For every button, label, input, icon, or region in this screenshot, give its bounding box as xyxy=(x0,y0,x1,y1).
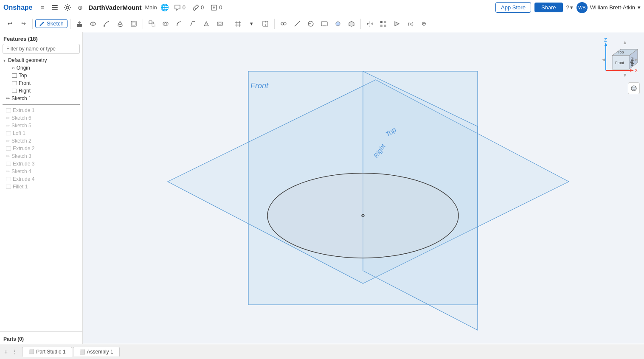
toolbar: ↩ ↪ Sketch ▾ xyxy=(0,15,644,32)
redo-button[interactable]: ↪ xyxy=(17,17,30,30)
grid-dropdown[interactable]: ▾ xyxy=(245,17,258,30)
simulate-button[interactable] xyxy=(391,17,403,30)
fillet1-icon xyxy=(6,185,11,189)
document-title: DarthVaderMount xyxy=(88,4,141,11)
undo-button[interactable]: ↩ xyxy=(3,17,16,30)
menu-icon[interactable]: ≡ xyxy=(37,3,47,12)
appearance-button[interactable] xyxy=(332,17,344,30)
tree-label-sketch5: Sketch 5 xyxy=(11,123,31,129)
svg-rect-34 xyxy=(380,25,382,27)
tree-item-origin[interactable]: ○ Origin xyxy=(0,64,82,72)
tree-item-sketch6[interactable]: ✏ Sketch 6 xyxy=(0,114,82,122)
mate-button[interactable] xyxy=(277,17,290,30)
tree-item-extrude1[interactable]: Extrude 1 xyxy=(0,107,82,114)
svg-rect-13 xyxy=(152,24,155,27)
features-icon[interactable] xyxy=(50,3,59,12)
shell-button[interactable] xyxy=(127,17,140,30)
draft-button[interactable] xyxy=(200,17,213,30)
tree-item-sketch3[interactable]: ✏ Sketch 3 xyxy=(0,152,82,160)
user-area[interactable]: WB William Brett-Atkin ▾ xyxy=(577,2,641,13)
svg-marker-54 xyxy=(624,74,626,77)
tab-part-studio-1[interactable]: ⬜ Part Studio 1 xyxy=(22,347,72,357)
appstore-button[interactable]: App Store xyxy=(495,2,531,13)
svg-rect-12 xyxy=(149,21,152,24)
tree-label-origin: Origin xyxy=(17,65,30,71)
main-area: Features (18) ▾ Default geometry ○ Origi… xyxy=(0,32,644,344)
share-button[interactable]: Share xyxy=(534,3,563,12)
tree-item-sketch4[interactable]: ✏ Sketch 4 xyxy=(0,168,82,175)
plane-icon-right xyxy=(12,89,17,93)
manage-tabs-button[interactable]: ⋮ xyxy=(11,348,19,356)
add-tab-button[interactable]: + xyxy=(3,348,8,356)
tree-label-loft1: Loft 1 xyxy=(13,130,25,136)
tree-label-sketch3: Sketch 3 xyxy=(11,153,31,159)
viewport[interactable]: Front Top Right Z X xyxy=(83,32,644,344)
view-sphere-button[interactable] xyxy=(628,82,640,94)
chamfer-button[interactable] xyxy=(186,17,199,30)
svg-point-30 xyxy=(336,22,340,26)
center-dot-fill xyxy=(363,215,363,216)
tab-assembly-1[interactable]: ⬜ Assembly 1 xyxy=(73,347,120,356)
search-container xyxy=(3,44,80,54)
display-button[interactable] xyxy=(318,17,331,30)
tree-item-loft1[interactable]: Loft 1 xyxy=(0,129,82,137)
tree-item-fillet1[interactable]: Fillet 1 xyxy=(0,183,82,191)
add-icon[interactable]: ⊕ xyxy=(76,3,85,12)
tree-item-top[interactable]: Top xyxy=(0,72,82,79)
topbar: Onshape ≡ ⊕ DarthVaderMount Main 🌐 0 0 0… xyxy=(0,0,644,15)
tree-item-sketch5[interactable]: ✏ Sketch 5 xyxy=(0,122,82,129)
viewcube[interactable]: Z X Front Top Right xyxy=(597,36,640,79)
more-button[interactable]: ⊕ xyxy=(418,17,430,30)
grid-button[interactable] xyxy=(232,17,245,30)
extrude-button[interactable] xyxy=(73,17,86,30)
svg-text:Front: Front xyxy=(615,61,624,65)
tree-label-right: Right xyxy=(19,88,31,94)
comments-count[interactable]: 0 xyxy=(174,4,186,11)
zebra-button[interactable] xyxy=(304,17,317,30)
tree-item-extrude3[interactable]: Extrude 3 xyxy=(0,160,82,168)
tree-label-top: Top xyxy=(19,73,27,79)
front-label: Front xyxy=(250,81,269,90)
tree-group-default-geometry[interactable]: ▾ Default geometry xyxy=(0,56,82,64)
user-name: William Brett-Atkin xyxy=(590,4,635,11)
toolbar-separator-2 xyxy=(70,19,70,29)
svg-point-57 xyxy=(631,86,636,91)
feature-tree: ▾ Default geometry ○ Origin Top Front Ri… xyxy=(0,56,82,330)
tree-label-extrude1: Extrude 1 xyxy=(13,107,34,113)
fillet-button[interactable] xyxy=(173,17,186,30)
svg-point-24 xyxy=(281,22,284,25)
sketch-button[interactable]: Sketch xyxy=(35,19,67,28)
tree-item-sketch1[interactable]: ✏ Sketch 1 xyxy=(0,95,82,102)
tree-item-right[interactable]: Right xyxy=(0,87,82,95)
mirror-button[interactable] xyxy=(363,17,376,30)
loft-icon xyxy=(6,131,11,135)
sweep-button[interactable] xyxy=(100,17,113,30)
svg-text:Right: Right xyxy=(630,57,634,67)
onshape-logo[interactable]: Onshape xyxy=(3,4,32,11)
tree-divider xyxy=(3,103,80,105)
globe-icon[interactable]: 🌐 xyxy=(160,3,169,11)
tree-item-sketch2[interactable]: ✏ Sketch 2 xyxy=(0,137,82,145)
help-button[interactable]: ? ▾ xyxy=(566,4,573,11)
transform-button[interactable] xyxy=(146,17,158,30)
tree-item-extrude4[interactable]: Extrude 4 xyxy=(0,175,82,183)
settings-icon[interactable] xyxy=(63,3,72,12)
measure-button[interactable] xyxy=(291,17,304,30)
links-count[interactable]: 0 xyxy=(192,4,204,11)
search-input[interactable] xyxy=(3,44,80,54)
svg-rect-35 xyxy=(384,25,386,27)
boolean-button[interactable] xyxy=(159,17,172,30)
svg-marker-45 xyxy=(630,69,634,72)
revolve-button[interactable] xyxy=(87,17,99,30)
loft-button[interactable] xyxy=(114,17,127,30)
bottombar: + ⋮ ⬜ Part Studio 1 ⬜ Assembly 1 xyxy=(0,344,644,359)
material-button[interactable] xyxy=(345,17,358,30)
section-view-button[interactable] xyxy=(259,17,272,30)
tree-item-front[interactable]: Front xyxy=(0,79,82,87)
tree-item-extrude2[interactable]: Extrude 2 xyxy=(0,145,82,152)
exports-count[interactable]: 0 xyxy=(211,4,222,11)
offset-button[interactable] xyxy=(214,17,226,30)
svg-rect-7 xyxy=(104,25,105,27)
pattern-button[interactable] xyxy=(377,17,390,30)
variable-button[interactable]: (x) xyxy=(404,17,417,30)
